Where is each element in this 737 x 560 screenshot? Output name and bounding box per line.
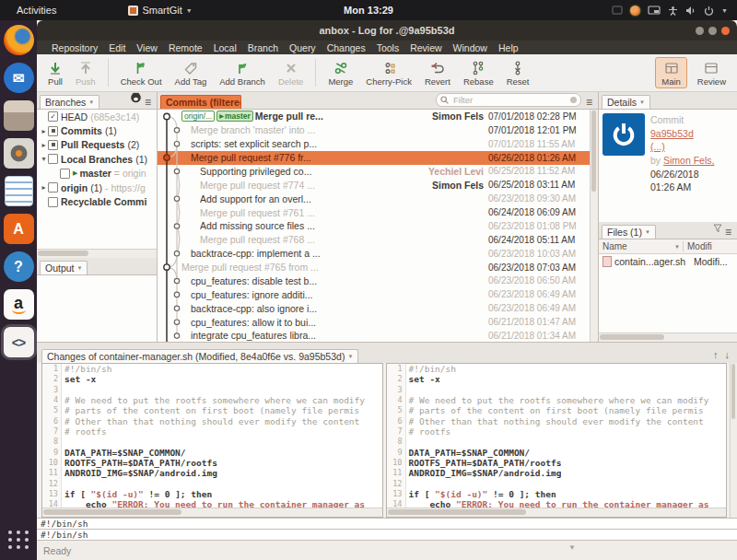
commit-row[interactable]: cpu_features: allow it to bui...06/21/20… xyxy=(158,315,598,329)
branch-chip-master[interactable]: ▶master xyxy=(216,111,253,122)
files-menu-icon[interactable]: ≡ xyxy=(725,228,734,239)
github-icon[interactable] xyxy=(130,90,142,109)
activities-button[interactable]: Activities xyxy=(17,5,56,16)
software-update-icon[interactable] xyxy=(630,6,640,16)
tab-output[interactable]: Output▼ xyxy=(40,261,88,275)
scrollbar-thumb[interactable] xyxy=(43,509,181,515)
minimize-button[interactable] xyxy=(696,27,704,35)
menu-view[interactable]: View xyxy=(131,42,163,53)
commit-row[interactable]: integrate cpu_features libra...06/21/201… xyxy=(158,329,598,342)
show-applications-icon[interactable] xyxy=(8,531,29,549)
merge-button[interactable]: Merge xyxy=(322,57,359,88)
dock-smartgit-icon[interactable]: <> xyxy=(4,327,34,357)
commit-row[interactable]: Merge pull request #774 ...Simon Fels06/… xyxy=(158,178,598,192)
branch-item-pull-requests[interactable]: ▸Pull Requests(2) xyxy=(37,138,157,152)
commit-row[interactable]: Merge pull request #761 ...06/24/2018 06… xyxy=(158,205,598,219)
branch-chip-origin[interactable]: origin/... xyxy=(181,111,215,122)
menu-query[interactable]: Query xyxy=(284,42,322,53)
window-titlebar[interactable]: anbox - Log for .@9a95b53d xyxy=(37,20,737,41)
option-icon[interactable] xyxy=(48,140,58,150)
menu-window[interactable]: Window xyxy=(448,42,493,53)
add-branch-button[interactable]: Add Branch xyxy=(213,57,272,88)
add-tag-button[interactable]: Add Tag xyxy=(169,57,214,88)
volume-icon[interactable] xyxy=(685,6,696,16)
clock[interactable]: Mon 13:29 xyxy=(344,5,393,16)
menu-tools[interactable]: Tools xyxy=(371,42,405,53)
scrollbar-thumb[interactable] xyxy=(388,509,526,515)
commits-vscrollbar[interactable] xyxy=(590,110,598,342)
menu-remote[interactable]: Remote xyxy=(163,42,208,53)
accessibility-icon[interactable] xyxy=(668,6,678,16)
commit-row[interactable]: Add missing source files ...06/23/2018 0… xyxy=(158,219,598,233)
commit-row[interactable]: cpu_features: ignore additi...06/23/2018… xyxy=(158,287,598,301)
next-change-button[interactable]: ↓ xyxy=(725,349,731,360)
tab-branches[interactable]: Branches▼ xyxy=(40,95,99,110)
commit-row[interactable]: backtrace-cpp: implement a ...06/23/2018… xyxy=(158,247,598,261)
menu-help[interactable]: Help xyxy=(493,42,524,53)
dock-firefox-icon[interactable] xyxy=(4,25,34,55)
dock-rhythmbox-icon[interactable] xyxy=(4,138,34,169)
system-menu-caret[interactable]: ▼ xyxy=(721,7,728,14)
dock-amazon-icon[interactable]: a xyxy=(4,289,34,320)
commit-row[interactable]: scripts: set explicit search p...07/01/2… xyxy=(158,137,598,151)
commits-menu-icon[interactable]: ≡ xyxy=(586,98,595,109)
scrollbar-thumb[interactable] xyxy=(731,364,735,419)
dock-help-icon[interactable]: ? xyxy=(4,251,34,282)
display-icon[interactable] xyxy=(648,6,661,16)
commit-paren-link[interactable]: (...) xyxy=(650,141,665,152)
column-name[interactable]: Name▼ xyxy=(599,241,684,251)
menu-review[interactable]: Review xyxy=(404,42,447,53)
keyboard-indicator-icon[interactable] xyxy=(612,6,623,15)
commit-row[interactable]: Merge branch 'master' into ...07/01/2018… xyxy=(158,123,598,137)
checkbox-icon[interactable] xyxy=(48,154,58,164)
pull-button[interactable]: Pull xyxy=(41,57,69,88)
power-icon[interactable] xyxy=(704,6,714,16)
reset-button[interactable]: Reset xyxy=(500,57,536,88)
close-button[interactable] xyxy=(721,27,730,35)
branch-item-master[interactable]: ▶master= origin xyxy=(37,167,157,181)
commit-row[interactable]: Merge pull request #776 fr...06/26/2018 … xyxy=(158,151,598,165)
scrollbar-thumb[interactable] xyxy=(38,251,88,256)
files-hscrollbar[interactable] xyxy=(599,332,737,342)
menu-branch[interactable]: Branch xyxy=(242,42,284,53)
scrollbar-thumb[interactable] xyxy=(600,334,664,340)
app-indicator[interactable]: SmartGit ▼ xyxy=(128,5,192,16)
rebase-button[interactable]: Rebase xyxy=(457,57,500,88)
option-icon[interactable] xyxy=(48,126,58,136)
menu-edit[interactable]: Edit xyxy=(103,42,131,53)
expander-closed-icon[interactable]: ▸ xyxy=(40,141,48,149)
commit-row[interactable]: cpu_features: disable test b...06/23/201… xyxy=(158,274,598,288)
checkbox-checked-icon[interactable]: ✓ xyxy=(48,111,58,122)
diff-vscrollbar[interactable] xyxy=(730,363,737,518)
dock-thunderbird-icon[interactable]: ✉ xyxy=(4,63,34,93)
files-filter-icon[interactable] xyxy=(713,220,722,239)
branches-menu-icon[interactable]: ≡ xyxy=(145,98,154,109)
revert-button[interactable]: Revert xyxy=(418,57,457,88)
checkbox-icon[interactable] xyxy=(60,169,70,179)
diff-right-hscrollbar[interactable] xyxy=(387,508,727,517)
commit-row[interactable]: Supporting privileged co...Yechiel Levi0… xyxy=(158,165,598,179)
branch-item-origin[interactable]: ▸origin(1)- https://g xyxy=(37,181,157,194)
branch-item-local-branches[interactable]: ▾Local Branches(1) xyxy=(37,152,157,166)
diff-left-hscrollbar[interactable] xyxy=(42,508,382,517)
main-view-button[interactable]: Main xyxy=(655,57,687,88)
tab-changes[interactable]: Changes of container-manager.sh (Modifie… xyxy=(41,349,358,364)
scrollbar-thumb[interactable] xyxy=(591,111,596,192)
previous-change-button[interactable]: ↑ xyxy=(713,349,719,360)
branch-item-recyclable-commi[interactable]: Recyclable Commi xyxy=(37,194,157,208)
commit-row[interactable]: origin/...▶masterMerge pull re...Simon F… xyxy=(158,110,598,123)
menu-local[interactable]: Local xyxy=(208,42,242,53)
dock-ubuntu-software-icon[interactable]: A xyxy=(4,214,34,244)
tab-commits[interactable]: Commits (filtered) xyxy=(160,95,241,110)
maximize-button[interactable] xyxy=(708,27,717,35)
delete-button[interactable]: Delete xyxy=(272,57,310,88)
review-view-button[interactable]: Review xyxy=(691,57,732,88)
check-out-button[interactable]: Check Out xyxy=(114,57,169,88)
push-button[interactable]: Push xyxy=(69,57,102,88)
clear-filter-icon[interactable] xyxy=(570,97,577,103)
commit-author-link[interactable]: Simon Fels, xyxy=(663,155,714,166)
tab-details[interactable]: Details▼ xyxy=(602,95,650,110)
tab-files[interactable]: Files (1)▼ xyxy=(602,225,656,239)
branches-hscrollbar[interactable] xyxy=(37,249,157,258)
dock-files-icon[interactable] xyxy=(4,100,34,131)
